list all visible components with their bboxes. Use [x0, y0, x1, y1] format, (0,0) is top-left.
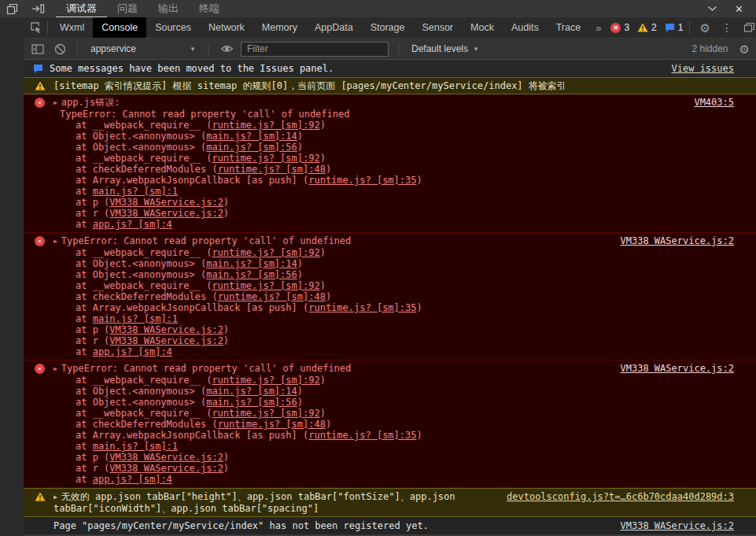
- message-source-link[interactable]: VM338 WAService.js:2: [610, 363, 735, 374]
- stack-source-link[interactable]: app.js? [sm]:4: [93, 474, 172, 485]
- tab-network[interactable]: Network: [200, 17, 253, 38]
- stack-source-link[interactable]: app.js? [sm]:4: [93, 346, 172, 357]
- stack-source-link[interactable]: main.js? [sm]:14: [206, 386, 297, 397]
- stack-source-link[interactable]: main.js? [sm]:14: [206, 131, 297, 142]
- view-issues-link[interactable]: View issues: [672, 63, 734, 74]
- console-sidebar-icon[interactable]: [30, 44, 46, 54]
- stack-source-link[interactable]: main.js? [sm]:56: [206, 397, 297, 408]
- stack-source-link[interactable]: runtime.js? [sm]:48: [218, 291, 326, 302]
- tab-sources[interactable]: Sources: [146, 17, 200, 38]
- restore-window-icon[interactable]: [6, 3, 18, 15]
- stack-source-link[interactable]: VM338 WAService.js:2: [109, 452, 223, 463]
- stack-source-link[interactable]: runtime.js? [sm]:48: [218, 164, 326, 175]
- stack-source-link[interactable]: app.js? [sm]:4: [93, 219, 172, 230]
- message-icon-slot: [35, 520, 47, 531]
- message-text: ▶app.js错误:: [53, 97, 683, 109]
- stack-source-link[interactable]: main.js? [sm]:1: [93, 441, 178, 452]
- close-icon[interactable]: ✕: [735, 3, 743, 15]
- message-source-link[interactable]: devtoolsconfig.js?t=…6c6b70cdaa40d289d:3: [496, 491, 734, 502]
- chevron-down-icon[interactable]: [707, 6, 717, 12]
- more-tabs-chevron[interactable]: »: [589, 22, 607, 34]
- stack-source-link[interactable]: runtime.js? [sm]:92: [212, 408, 319, 419]
- divider: [398, 43, 399, 55]
- stack-source-link[interactable]: VM338 WAService.js:2: [109, 463, 223, 474]
- error-count-badge[interactable]: ✕ 3: [610, 22, 629, 33]
- console-log-area[interactable]: [sitemap 索引情况提示] 根据 sitemap 的规则[0]，当前页面 …: [24, 77, 756, 536]
- title-tab-2[interactable]: 问题: [107, 0, 148, 17]
- stack-frame: at app.js? [sm]:4: [53, 219, 683, 230]
- divider: [77, 43, 78, 55]
- tab-console[interactable]: Console: [93, 17, 146, 38]
- stack-source-link[interactable]: main.js? [sm]:1: [93, 313, 178, 324]
- title-tab-3[interactable]: 输出: [148, 0, 189, 17]
- console-settings-gear-icon[interactable]: ⚙: [739, 43, 750, 55]
- stack-source-link[interactable]: runtime.js? [sm]:92: [212, 280, 319, 291]
- stack-frame: at main.js? [sm]:1: [53, 313, 610, 324]
- tab-storage[interactable]: Storage: [362, 17, 414, 38]
- message-body: ▶无效的 app.json tabBar["height"]、app.json …: [53, 491, 496, 514]
- stack-frame: at Object.<anonymous> (main.js? [sm]:14): [53, 258, 610, 269]
- stack-source-link[interactable]: runtime.js? [sm]:92: [212, 153, 319, 164]
- expand-caret-icon[interactable]: ▶: [53, 236, 57, 247]
- expand-caret-icon[interactable]: ▶: [53, 98, 57, 109]
- error-icon: ✕: [35, 364, 45, 374]
- main-panel: 调试器问题输出终端 ✕ WxmlConsoleSourcesNetworkMem…: [24, 0, 756, 536]
- stack-source-link[interactable]: runtime.js? [sm]:92: [212, 120, 319, 131]
- stack-source-link[interactable]: main.js? [sm]:56: [206, 269, 297, 280]
- expand-caret-icon[interactable]: ▶: [53, 364, 57, 375]
- stack-frame: at main.js? [sm]:1: [53, 186, 683, 197]
- stack-source-link[interactable]: main.js? [sm]:56: [206, 142, 297, 153]
- filter-input[interactable]: [241, 42, 389, 57]
- tab-wxml[interactable]: Wxml: [51, 17, 93, 38]
- eye-icon[interactable]: [219, 44, 234, 54]
- stack-source-link[interactable]: VM338 WAService.js:2: [109, 324, 223, 335]
- settings-gear-icon[interactable]: ⚙: [699, 22, 710, 34]
- expand-caret-icon[interactable]: ▶: [53, 492, 57, 503]
- message-source-link[interactable]: VM338 WAService.js:2: [610, 520, 735, 531]
- panel-title-bar: 调试器问题输出终端 ✕: [24, 0, 756, 17]
- message-icon: [665, 23, 675, 32]
- stack-source-link[interactable]: main.js? [sm]:1: [93, 186, 178, 197]
- stack-source-link[interactable]: runtime.js? [sm]:92: [212, 375, 319, 386]
- message-source-link[interactable]: VM403:5: [683, 97, 734, 108]
- stack-source-link[interactable]: runtime.js? [sm]:35: [308, 175, 416, 186]
- tab-memory[interactable]: Memory: [253, 17, 306, 38]
- stack-source-link[interactable]: runtime.js? [sm]:92: [212, 247, 319, 258]
- stack-frame: at Array.webpackJsonpCallback [as push] …: [53, 302, 610, 313]
- message-count-badge[interactable]: 1: [665, 22, 684, 33]
- stack-frame: at __webpack_require__ (runtime.js? [sm]…: [53, 280, 610, 291]
- stack-source-link[interactable]: runtime.js? [sm]:35: [308, 430, 416, 441]
- toggle-panel-icon[interactable]: [31, 3, 45, 14]
- title-tab-1[interactable]: 调试器: [56, 0, 107, 17]
- stack-frame: at Object.<anonymous> (main.js? [sm]:56): [53, 397, 610, 408]
- console-message-warning: ▶无效的 app.json tabBar["height"]、app.json …: [24, 488, 756, 517]
- kebab-menu-icon[interactable]: ⋮: [721, 21, 732, 34]
- message-text: Page "pages/myCenter/myService/index" ha…: [53, 520, 610, 531]
- title-tab-4[interactable]: 终端: [189, 0, 230, 17]
- clear-console-icon[interactable]: [52, 43, 68, 55]
- tab-audits[interactable]: Audits: [503, 17, 548, 38]
- stack-source-link[interactable]: runtime.js? [sm]:35: [308, 302, 416, 313]
- message-body: ▶TypeError: Cannot read property 'call' …: [53, 235, 610, 357]
- stack-source-link[interactable]: runtime.js? [sm]:48: [218, 419, 326, 430]
- stack-source-link[interactable]: main.js? [sm]:14: [206, 258, 297, 269]
- tab-mock[interactable]: Mock: [462, 17, 503, 38]
- execution-context-select[interactable]: appservice ▼: [87, 43, 199, 54]
- console-message-error: ✕▶TypeError: Cannot read property 'call'…: [24, 233, 756, 360]
- tab-trace[interactable]: Trace: [548, 17, 590, 38]
- stack-source-link[interactable]: VM338 WAService.js:2: [109, 335, 223, 346]
- stack-source-link[interactable]: VM338 WAService.js:2: [109, 208, 223, 219]
- message-count: 1: [678, 22, 684, 33]
- message-source-link[interactable]: VM338 WAService.js:2: [610, 235, 735, 246]
- log-levels-select[interactable]: Default levels ▼: [408, 43, 482, 54]
- message-icon-slot: [35, 80, 47, 91]
- error-count: 3: [624, 22, 629, 33]
- warning-count-badge[interactable]: 2: [637, 22, 657, 33]
- undock-icon[interactable]: [743, 22, 755, 33]
- console-message-warning: [sitemap 索引情况提示] 根据 sitemap 的规则[0]，当前页面 …: [24, 77, 756, 94]
- stack-frame: at Object.<anonymous> (main.js? [sm]:56): [53, 269, 610, 280]
- tab-sensor[interactable]: Sensor: [413, 17, 462, 38]
- tab-appdata[interactable]: AppData: [306, 17, 362, 38]
- stack-source-link[interactable]: VM338 WAService.js:2: [109, 197, 223, 208]
- inspect-element-icon[interactable]: [28, 21, 44, 34]
